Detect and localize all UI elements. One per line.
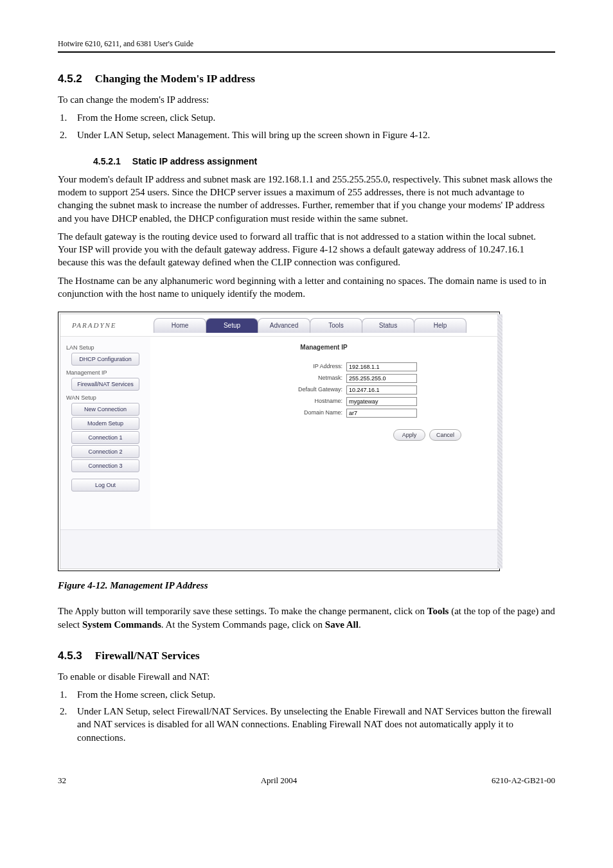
apply-note-paragraph: The Apply button will temporarily save t… [58,605,555,631]
tab-advanced[interactable]: Advanced [258,318,310,333]
netmask-input[interactable] [346,374,417,383]
section-4-5-2-1-heading: 4.5.2.1Static IP address assignment [93,155,555,168]
section-4-5-2-intro: To can change the modem's IP address: [58,93,555,106]
page-date: April 2004 [261,775,298,786]
tab-bar: Home Setup Advanced Tools Status Help [154,318,466,333]
figure-4-12-screenshot: PARADYNE Home Setup Advanced Tools Statu… [58,312,500,571]
default-gateway-label: Default Gateway: [298,385,342,393]
sidebar-item-connection-2[interactable]: Connection 2 [71,445,139,458]
section-4-5-2-title: Changing the Modem's IP address [95,73,255,85]
section-4-5-2-steps: From the Home screen, click Setup. Under… [58,111,555,141]
apply-note-bold-tools: Tools [427,606,449,616]
ip-address-label: IP Address: [313,362,342,370]
section-4-5-3-title: Firewall/NAT Services [95,650,200,662]
section-4-5-3-intro: To enable or disable Firewall and NAT: [58,670,555,683]
section-4-5-2-1-p3: The Hostname can be any alphanumeric wor… [58,274,555,301]
section-4-5-2-1-p1: Your modem's default IP address and subn… [58,173,555,225]
section-4-5-2-1-title: Static IP address assignment [132,156,257,166]
apply-note-text-3: . At the System Commands page, click on [161,619,325,630]
apply-button[interactable]: Apply [393,429,425,441]
page-number: 32 [58,775,66,786]
domain-name-label: Domain Name: [304,409,342,416]
sidebar-label-wan-setup: WAN Setup [64,392,147,402]
tab-setup[interactable]: Setup [206,318,258,333]
tab-status[interactable]: Status [362,318,414,333]
pane-title: Management IP [161,343,487,352]
section-4-5-2-step-1: From the Home screen, click Setup. [69,111,555,124]
main-pane: Management IP IP Address: Netmask: Defau… [150,337,497,529]
scrollbar-track[interactable] [497,314,502,569]
section-4-5-2-1-number: 4.5.2.1 [93,156,121,166]
section-4-5-3-step-2: Under LAN Setup, select Firewall/NAT Ser… [69,705,555,744]
section-4-5-3-steps: From the Home screen, click Setup. Under… [58,688,555,744]
cancel-button[interactable]: Cancel [429,429,461,441]
tab-home[interactable]: Home [154,318,206,333]
domain-name-input[interactable] [346,409,417,418]
sidebar-label-management-ip: Management IP [64,367,147,376]
apply-note-text-1: The Apply button will temporarily save t… [58,606,427,616]
default-gateway-input[interactable] [346,385,417,394]
tab-tools[interactable]: Tools [310,318,362,333]
sidebar-item-log-out[interactable]: Log Out [71,479,139,492]
sidebar-item-modem-setup[interactable]: Modem Setup [71,417,139,430]
apply-note-bold-system-commands: System Commands [82,619,161,630]
page-footer: 32 April 2004 6210-A2-GB21-00 [58,775,555,786]
section-4-5-2-heading: 4.5.2Changing the Modem's IP address [58,72,555,87]
apply-note-text-4: . [359,619,361,630]
sidebar: LAN Setup DHCP Configuration Management … [60,337,150,529]
netmask-label: Netmask: [318,374,342,382]
sidebar-item-firewall-nat-services[interactable]: Firewall/NAT Services [71,378,139,391]
sidebar-label-lan-setup: LAN Setup [64,342,147,351]
apply-note-bold-save-all: Save All [325,619,359,630]
sidebar-item-connection-1[interactable]: Connection 1 [71,431,139,444]
screenshot-footer-area [60,529,497,569]
hostname-label: Hostname: [314,397,342,405]
sidebar-item-new-connection[interactable]: New Connection [71,403,139,416]
sidebar-item-connection-3[interactable]: Connection 3 [71,459,139,472]
section-4-5-2-1-p2: The default gateway is the routing devic… [58,230,555,269]
document-number: 6210-A2-GB21-00 [492,775,555,786]
sidebar-item-dhcp-configuration[interactable]: DHCP Configuration [71,353,139,366]
section-4-5-2-step-2: Under LAN Setup, select Management. This… [69,128,555,141]
page-header: Hotwire 6210, 6211, and 6381 User's Guid… [58,39,555,53]
brand-logo: PARADYNE [60,321,154,330]
hostname-input[interactable] [346,397,417,406]
section-4-5-2-number: 4.5.2 [58,73,82,85]
tab-help[interactable]: Help [414,318,466,333]
section-4-5-3-number: 4.5.3 [58,650,82,662]
ip-address-input[interactable] [346,362,417,371]
section-4-5-3-step-1: From the Home screen, click Setup. [69,688,555,701]
section-4-5-3-heading: 4.5.3Firewall/NAT Services [58,649,555,664]
figure-4-12-caption: Figure 4-12. Management IP Address [58,579,555,592]
